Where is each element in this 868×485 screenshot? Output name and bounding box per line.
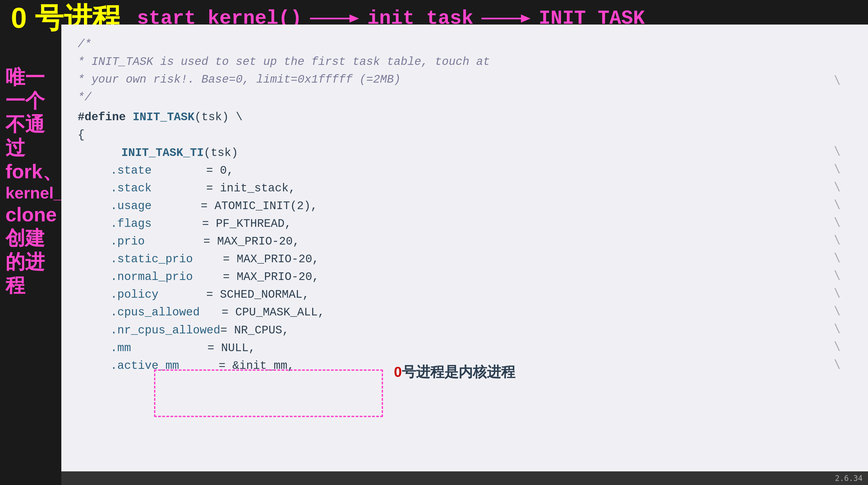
brace-open: { [78, 126, 851, 144]
comment-open: /* [78, 35, 851, 53]
field-state: .state= 0, [78, 162, 851, 180]
svg-marker-3 [521, 14, 530, 23]
field-stack: .stack= init_stack, [78, 180, 851, 198]
annotation-line2: 不通过 [5, 113, 64, 160]
define-line: #define INIT_TASK(tsk) \ [78, 109, 851, 126]
annotation-text: 号进程是内核进程 [402, 364, 515, 380]
field-policy: .policy= SCHED_NORMAL, [78, 286, 851, 304]
code-panel: /* * INIT_TASK is used to set up the fir… [61, 25, 868, 472]
left-annotation: 唯一一个 不通过 fork、 kernel_thread、 clone 创建的进… [5, 65, 64, 297]
annotation-line5: clone [5, 203, 64, 226]
svg-marker-1 [349, 14, 359, 23]
field-prio: .prio= MAX_PRIO-20, [78, 233, 851, 250]
comment-line2: * INIT_TASK is used to set up the first … [78, 53, 851, 71]
bottom-bar: 2.6.34 [61, 472, 868, 485]
version-label: 2.6.34 [835, 474, 863, 483]
code-block: /* * INIT_TASK is used to set up the fir… [78, 35, 851, 375]
annotation-note: 0号进程是内核进程 [394, 363, 515, 382]
field-usage: .usage= ATOMIC_INIT(2), [78, 198, 851, 215]
annotation-line3: fork、 [5, 160, 64, 183]
arrow-1 [310, 10, 359, 27]
comment-line3: * your own risk!. Base=0, limit=0x1fffff… [78, 71, 851, 89]
macro-call-line: INIT_TASK_TI(tsk) [78, 144, 851, 162]
slide: 0 号进程 start_kernel() init_task INIT_TASK… [0, 0, 868, 485]
annotation-line1: 唯一一个 [5, 65, 64, 113]
annotation-num: 0 [394, 364, 402, 380]
field-nr-cpus-allowed: .nr_cpus_allowed= NR_CPUS, [78, 322, 851, 339]
annotation-line4: kernel_thread、 [5, 183, 64, 203]
annotation-line6: 创建的进程 [5, 226, 64, 297]
field-static-prio: .static_prio= MAX_PRIO-20, [78, 250, 851, 268]
arrow-2 [482, 10, 530, 27]
field-mm: .mm= NULL, [78, 339, 851, 357]
dashed-highlight-box [154, 369, 383, 417]
field-flags: .flags= PF_KTHREAD, [78, 215, 851, 233]
comment-close: */ [78, 89, 851, 106]
field-cpus-allowed: .cpus_allowed= CPU_MASK_ALL, [78, 304, 851, 322]
field-normal-prio: .normal_prio= MAX_PRIO-20, [78, 268, 851, 286]
